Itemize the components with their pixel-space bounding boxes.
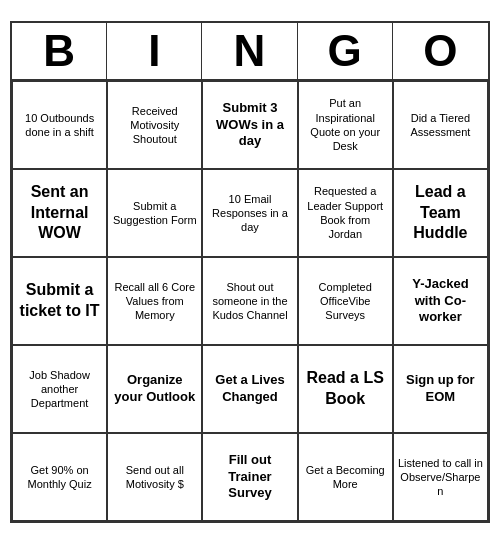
bingo-cell-12[interactable]: Shout out someone in the Kudos Channel bbox=[202, 257, 297, 345]
bingo-cell-15[interactable]: Job Shadow another Department bbox=[12, 345, 107, 433]
bingo-cell-3[interactable]: Put an Inspirational Quote on your Desk bbox=[298, 81, 393, 169]
bingo-cell-0[interactable]: 10 Outbounds done in a shift bbox=[12, 81, 107, 169]
bingo-header: BINGO bbox=[12, 23, 488, 81]
bingo-cell-14[interactable]: Y-Jacked with Co-worker bbox=[393, 257, 488, 345]
bingo-cell-10[interactable]: Submit a ticket to IT bbox=[12, 257, 107, 345]
bingo-card: BINGO 10 Outbounds done in a shiftReceiv… bbox=[10, 21, 490, 523]
bingo-cell-6[interactable]: Submit a Suggestion Form bbox=[107, 169, 202, 257]
bingo-cell-24[interactable]: Listened to call in Observe/Sharpen bbox=[393, 433, 488, 521]
bingo-letter-i: I bbox=[107, 23, 202, 79]
bingo-cell-13[interactable]: Completed OfficeVibe Surveys bbox=[298, 257, 393, 345]
bingo-cell-9[interactable]: Lead a Team Huddle bbox=[393, 169, 488, 257]
bingo-cell-7[interactable]: 10 Email Responses in a day bbox=[202, 169, 297, 257]
bingo-cell-20[interactable]: Get 90% on Monthly Quiz bbox=[12, 433, 107, 521]
bingo-cell-23[interactable]: Get a Becoming More bbox=[298, 433, 393, 521]
bingo-letter-g: G bbox=[298, 23, 393, 79]
bingo-cell-16[interactable]: Organize your Outlook bbox=[107, 345, 202, 433]
bingo-grid: 10 Outbounds done in a shiftReceived Mot… bbox=[12, 81, 488, 521]
bingo-cell-8[interactable]: Requested a Leader Support Book from Jor… bbox=[298, 169, 393, 257]
bingo-cell-1[interactable]: Received Motivosity Shoutout bbox=[107, 81, 202, 169]
bingo-cell-5[interactable]: Sent an Internal WOW bbox=[12, 169, 107, 257]
bingo-cell-22[interactable]: Fill out Trainer Survey bbox=[202, 433, 297, 521]
bingo-cell-4[interactable]: Did a Tiered Assessment bbox=[393, 81, 488, 169]
bingo-cell-18[interactable]: Read a LS Book bbox=[298, 345, 393, 433]
bingo-cell-19[interactable]: Sign up for EOM bbox=[393, 345, 488, 433]
bingo-cell-17[interactable]: Get a Lives Changed bbox=[202, 345, 297, 433]
bingo-letter-n: N bbox=[202, 23, 297, 79]
bingo-cell-2[interactable]: Submit 3 WOWs in a day bbox=[202, 81, 297, 169]
bingo-letter-o: O bbox=[393, 23, 488, 79]
bingo-cell-21[interactable]: Send out all Motivosity $ bbox=[107, 433, 202, 521]
bingo-letter-b: B bbox=[12, 23, 107, 79]
bingo-cell-11[interactable]: Recall all 6 Core Values from Memory bbox=[107, 257, 202, 345]
